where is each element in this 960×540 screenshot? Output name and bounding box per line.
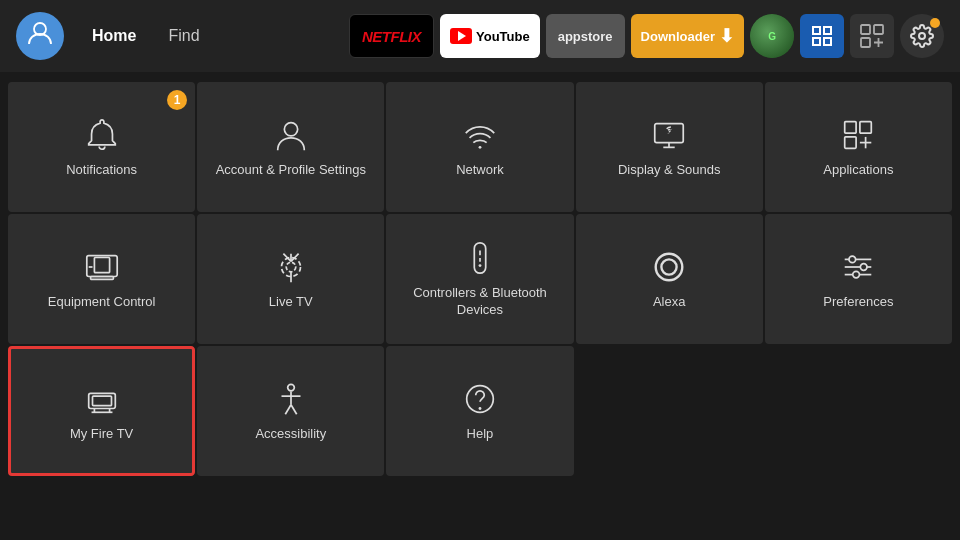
- grid-item-network[interactable]: Network: [386, 82, 573, 212]
- display-icon: [650, 116, 688, 154]
- grid-item-notifications[interactable]: 1 Notifications: [8, 82, 195, 212]
- youtube-label: YouTube: [476, 29, 530, 44]
- svg-rect-7: [861, 38, 870, 47]
- youtube-button[interactable]: YouTube: [440, 14, 540, 58]
- svg-point-35: [656, 253, 683, 280]
- settings-button[interactable]: [900, 14, 944, 58]
- svg-line-51: [285, 404, 291, 414]
- avatar[interactable]: [16, 12, 64, 60]
- user-icon: [25, 18, 55, 55]
- remote-icon: [461, 239, 499, 277]
- top-nav: Home Find NETFLIX YouTube appstore Downl…: [0, 0, 960, 72]
- settings-grid: 1 Notifications Account & Profile Settin…: [0, 72, 960, 484]
- nav-home[interactable]: Home: [78, 21, 150, 51]
- grid-item-display-sounds[interactable]: Display & Sounds: [576, 82, 763, 212]
- controllers-bluetooth-label: Controllers & Bluetooth Devices: [386, 285, 573, 319]
- settings-gear-icon: [910, 24, 934, 48]
- svg-rect-17: [860, 121, 871, 132]
- svg-point-41: [861, 263, 868, 270]
- nav-links: Home Find: [78, 21, 214, 51]
- files-button[interactable]: [800, 14, 844, 58]
- grid-item-my-fire-tv[interactable]: My Fire TV: [8, 346, 195, 476]
- firetv-icon: [83, 380, 121, 418]
- settings-notification-dot: [930, 18, 940, 28]
- svg-point-36: [662, 259, 677, 274]
- applications-icon: [839, 116, 877, 154]
- person-icon: [272, 116, 310, 154]
- svg-rect-18: [845, 136, 856, 147]
- my-fire-tv-label: My Fire TV: [64, 426, 139, 443]
- grid-item-equipment-control[interactable]: Equipment Control: [8, 214, 195, 344]
- svg-rect-1: [813, 27, 820, 34]
- network-label: Network: [450, 162, 510, 179]
- svg-point-54: [479, 407, 482, 410]
- svg-point-48: [287, 384, 294, 391]
- youtube-icon: [450, 28, 472, 44]
- preferences-label: Preferences: [817, 294, 899, 311]
- downloader-label: Downloader: [641, 29, 715, 44]
- alexa-label: Alexa: [647, 294, 692, 311]
- notifications-label: Notifications: [60, 162, 143, 179]
- help-icon: [461, 380, 499, 418]
- svg-line-52: [291, 404, 297, 414]
- grid-item-alexa[interactable]: Alexa: [576, 214, 763, 344]
- grid-item-controllers-bluetooth[interactable]: Controllers & Bluetooth Devices: [386, 214, 573, 344]
- appstore-button[interactable]: appstore: [546, 14, 625, 58]
- svg-rect-6: [874, 25, 883, 34]
- svg-point-10: [919, 33, 925, 39]
- grid-item-help[interactable]: Help: [386, 346, 573, 476]
- svg-point-34: [479, 264, 482, 267]
- grid-item-account-profile[interactable]: Account & Profile Settings: [197, 82, 384, 212]
- svg-rect-16: [845, 121, 856, 132]
- help-label: Help: [461, 426, 500, 443]
- applications-label: Applications: [817, 162, 899, 179]
- tv-icon: [83, 248, 121, 286]
- svg-line-28: [283, 253, 291, 261]
- svg-point-12: [479, 145, 482, 148]
- files-icon: [810, 24, 834, 48]
- svg-rect-3: [813, 38, 820, 45]
- netflix-button[interactable]: NETFLIX: [349, 14, 434, 58]
- notifications-badge: 1: [167, 90, 187, 110]
- svg-rect-47: [92, 396, 111, 406]
- grid-item-preferences[interactable]: Preferences: [765, 214, 952, 344]
- downloader-button[interactable]: Downloader ⬇: [631, 14, 744, 58]
- svg-point-11: [284, 122, 297, 135]
- antenna-icon: [272, 248, 310, 286]
- svg-rect-5: [861, 25, 870, 34]
- apps-grid-icon: [859, 23, 885, 49]
- grid-item-live-tv[interactable]: Live TV: [197, 214, 384, 344]
- accessibility-label: Accessibility: [249, 426, 332, 443]
- growl-icon: G: [750, 14, 794, 58]
- live-tv-label: Live TV: [263, 294, 319, 311]
- accessibility-icon: [272, 380, 310, 418]
- apps-grid-button[interactable]: [850, 14, 894, 58]
- svg-rect-22: [94, 257, 109, 272]
- wifi-icon: [461, 116, 499, 154]
- svg-point-42: [853, 271, 860, 278]
- equipment-control-label: Equipment Control: [42, 294, 162, 311]
- svg-point-25: [286, 262, 296, 272]
- grid-item-applications[interactable]: Applications: [765, 82, 952, 212]
- alexa-icon: [650, 248, 688, 286]
- growl-button[interactable]: G: [750, 14, 794, 58]
- svg-rect-2: [824, 27, 831, 34]
- sliders-icon: [839, 248, 877, 286]
- app-icons-bar: NETFLIX YouTube appstore Downloader ⬇ G: [349, 14, 944, 58]
- svg-rect-4: [824, 38, 831, 45]
- download-icon: ⬇: [719, 25, 734, 47]
- account-profile-label: Account & Profile Settings: [210, 162, 372, 179]
- grid-item-accessibility[interactable]: Accessibility: [197, 346, 384, 476]
- svg-rect-24: [90, 276, 113, 279]
- svg-point-40: [849, 256, 856, 263]
- nav-find[interactable]: Find: [154, 21, 213, 51]
- display-sounds-label: Display & Sounds: [612, 162, 727, 179]
- bell-icon: [83, 116, 121, 154]
